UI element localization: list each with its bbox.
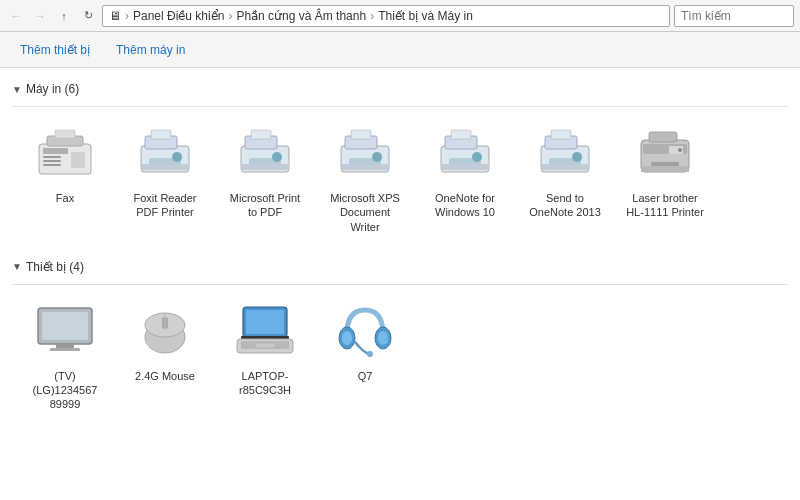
device-item-xps[interactable]: Microsoft XPS Document Writer [320,115,410,240]
toolbar: Thêm thiết bị Thêm máy in [0,32,800,68]
onenote10-label: OneNote for Windows 10 [424,191,506,220]
svg-point-62 [378,331,388,345]
mouse-label: 2.4G Mouse [135,369,195,383]
path-segment-3[interactable]: Thiết bị và Máy in [378,9,473,23]
svg-rect-5 [71,152,85,168]
device-item-fax[interactable]: Fax [20,115,110,240]
mouse-icon [133,299,197,363]
svg-rect-28 [451,130,471,139]
svg-rect-25 [341,164,389,170]
svg-rect-3 [43,160,61,162]
svg-rect-13 [141,164,189,170]
device-item-laptop[interactable]: LAPTOP-r85C9C3H [220,293,310,418]
address-bar: ← → ↑ ↻ 🖥 › Panel Điều khiển › Phần cứng… [0,0,800,32]
device-item-headset[interactable]: Q7 [320,293,410,418]
svg-point-30 [472,152,482,162]
svg-rect-58 [255,343,275,348]
svg-rect-47 [56,344,74,348]
printers-section-title: Máy in (6) [26,82,79,96]
forward-button[interactable]: → [30,6,50,26]
device-item-ms-pdf[interactable]: Microsoft Print to PDF [220,115,310,240]
devices-grid: (TV)(LG)1234567 89999 2.4G Mouse [12,289,788,432]
onenote13-icon [533,121,597,185]
svg-rect-22 [351,130,371,139]
devices-section-header[interactable]: ▼ Thiết bị (4) [12,260,788,274]
headset-icon [333,299,397,363]
path-segment-1[interactable]: Panel Điều khiển [133,9,224,23]
laptop-icon [233,299,297,363]
svg-point-63 [367,351,373,357]
laser-icon [633,121,697,185]
printers-chevron-icon: ▼ [12,84,22,95]
laser-label: Laser brother HL-1111 Printer [624,191,706,220]
onenote13-label: Send to OneNote 2013 [524,191,606,220]
foxit-icon [133,121,197,185]
svg-point-36 [572,152,582,162]
devices-divider [12,284,788,285]
svg-rect-19 [241,164,289,170]
svg-point-18 [272,152,282,162]
tv-label: (TV)(LG)1234567 89999 [24,369,106,412]
svg-point-60 [342,331,352,345]
fax-icon [33,121,97,185]
ms-pdf-label: Microsoft Print to PDF [224,191,306,220]
address-path: 🖥 › Panel Điều khiển › Phần cứng và Âm t… [102,5,670,27]
add-device-button[interactable]: Thêm thiết bị [10,37,100,63]
add-printer-button[interactable]: Thêm máy in [106,37,195,63]
xps-icon [333,121,397,185]
tv-icon [33,299,97,363]
svg-rect-2 [43,156,61,158]
search-input[interactable] [674,5,794,27]
devices-section-title: Thiết bị (4) [26,260,84,274]
refresh-button[interactable]: ↻ [78,6,98,26]
svg-rect-4 [43,164,61,166]
laptop-label: LAPTOP-r85C9C3H [224,369,306,398]
device-item-onenote13[interactable]: Send to OneNote 2013 [520,115,610,240]
path-segment-2[interactable]: Phần cứng và Âm thanh [236,9,366,23]
foxit-label: Foxit Reader PDF Printer [124,191,206,220]
printers-divider [12,106,788,107]
path-icon: 🖥 [109,9,121,23]
device-item-onenote10[interactable]: OneNote for Windows 10 [420,115,510,240]
device-item-foxit[interactable]: Foxit Reader PDF Printer [120,115,210,240]
fax-label: Fax [56,191,74,205]
svg-point-24 [372,152,382,162]
svg-rect-41 [651,162,679,166]
ms-pdf-icon [233,121,297,185]
svg-rect-16 [251,130,271,139]
device-item-tv[interactable]: (TV)(LG)1234567 89999 [20,293,110,418]
svg-rect-34 [551,130,571,139]
back-button[interactable]: ← [6,6,26,26]
svg-point-43 [678,148,682,152]
device-item-laser[interactable]: Laser brother HL-1111 Printer [620,115,710,240]
svg-rect-10 [151,130,171,139]
devices-chevron-icon: ▼ [12,261,22,272]
svg-point-12 [172,152,182,162]
svg-rect-31 [441,164,489,170]
headset-label: Q7 [358,369,373,383]
svg-rect-7 [55,130,75,138]
add-device-label: Thêm thiết bị [20,43,90,57]
svg-rect-44 [641,166,689,172]
svg-rect-37 [541,164,589,170]
xps-label: Microsoft XPS Document Writer [324,191,406,234]
svg-rect-54 [246,310,284,334]
onenote10-icon [433,121,497,185]
printers-grid: Fax Foxit Reader PDF Printer [12,111,788,254]
svg-rect-48 [50,348,80,351]
main-content: ▼ Máy in (6) Fax [0,68,800,500]
device-item-mouse[interactable]: 2.4G Mouse [120,293,210,418]
add-printer-label: Thêm máy in [116,43,185,57]
svg-rect-46 [42,312,88,340]
printers-section-header[interactable]: ▼ Máy in (6) [12,82,788,96]
svg-rect-1 [43,148,68,154]
up-button[interactable]: ↑ [54,6,74,26]
svg-rect-40 [649,132,677,142]
